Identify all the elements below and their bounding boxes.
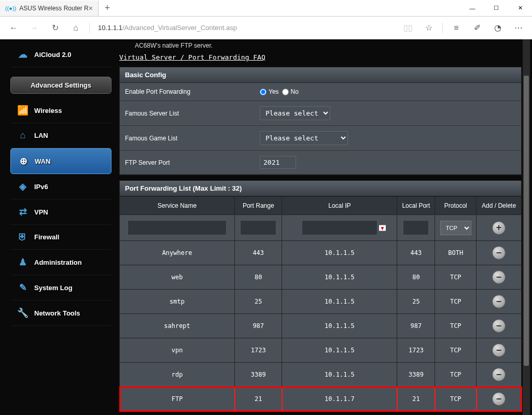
local-ip-input[interactable] [302, 220, 377, 235]
delete-button[interactable]: − [492, 319, 506, 333]
sidebar-item-label: Wireless [34, 107, 62, 115]
close-icon[interactable]: × [89, 4, 93, 12]
protocol-select[interactable]: TCP [440, 221, 471, 235]
cell-name: rdp [120, 363, 235, 387]
sidebar-section-header: Advanced Settings [10, 77, 111, 94]
cell-name: smtp [120, 290, 235, 314]
sidebar-item-network-tools[interactable]: 🔧Network Tools [10, 300, 111, 326]
cell-proto: TCP [435, 387, 477, 411]
cell-ip: 10.1.1.5 [282, 241, 397, 265]
nav-icon: ⇄ [16, 206, 30, 218]
scrollbar[interactable] [523, 39, 530, 415]
home-button[interactable]: ⌂ [66, 19, 85, 37]
favorite-icon[interactable]: ☆ [419, 19, 438, 37]
service-name-input[interactable] [128, 220, 227, 235]
nav-icon: ⌂ [16, 130, 30, 141]
wifi-icon: ((●)) [5, 5, 16, 11]
sidebar-item-label: LAN [34, 132, 48, 139]
cell-name: sahrept [120, 314, 235, 338]
pf-list-header: Port Forwarding List (Max Limit : 32) [119, 180, 522, 196]
sidebar-item-label: AiCloud 2.0 [34, 51, 72, 59]
close-button[interactable]: ✕ [508, 0, 532, 17]
reading-icon[interactable]: ▯▯ [399, 19, 417, 37]
nav-icon: ⊕ [16, 155, 31, 167]
browser-tab[interactable]: ((●)) ASUS Wireless Router R × [0, 1, 99, 16]
new-tab-button[interactable]: + [99, 3, 117, 13]
port-range-input[interactable] [240, 220, 276, 235]
sidebar-item-administration[interactable]: ♟Administration [10, 250, 111, 275]
nav-icon: ♟ [16, 256, 30, 268]
sidebar-item-wireless[interactable]: 📶Wireless [10, 98, 111, 123]
sidebar-item-lan[interactable]: ⌂LAN [10, 123, 111, 148]
sidebar-item-ipv6[interactable]: ◈IPv6 [10, 174, 111, 199]
maximize-button[interactable]: ☐ [484, 0, 508, 17]
table-row: rdp338910.1.1.53389TCP− [120, 363, 522, 387]
delete-button[interactable]: − [492, 246, 506, 260]
cell-name: web [120, 265, 235, 290]
more-icon[interactable]: ⋯ [509, 19, 528, 37]
famous-server-label: Famous Server List [125, 110, 260, 117]
cell-port: 21 [397, 387, 435, 411]
delete-button[interactable]: − [492, 270, 506, 284]
cell-range: 25 [235, 290, 282, 314]
add-button[interactable]: + [492, 221, 506, 235]
back-button[interactable]: ← [4, 19, 23, 37]
sidebar-item-system-log[interactable]: ✎System Log [10, 275, 111, 300]
delete-button[interactable]: − [492, 344, 506, 357]
cell-proto: TCP [435, 290, 477, 314]
cell-range: 80 [235, 265, 282, 290]
cell-port: 987 [397, 314, 435, 338]
enable-pf-label: Enable Port Forwarding [125, 88, 260, 95]
basic-config-header: Basic Config [119, 67, 522, 83]
table-row: Anywhere44310.1.1.5443BOTH− [120, 241, 522, 265]
famous-game-select[interactable]: Please select [260, 131, 348, 145]
local-port-input[interactable] [403, 220, 429, 235]
sidebar-item-label: WAN [35, 158, 50, 165]
ftp-port-input[interactable] [260, 156, 296, 169]
basic-config-panel: Enable Port Forwarding Yes No Famous Ser… [119, 83, 522, 175]
minimize-button[interactable]: — [460, 0, 484, 17]
browser-titlebar: ((●)) ASUS Wireless Router R × + — ☐ ✕ [0, 0, 532, 17]
enable-yes-radio[interactable]: Yes [260, 88, 279, 95]
refresh-button[interactable]: ↻ [46, 19, 64, 37]
delete-button[interactable]: − [492, 295, 506, 308]
scroll-thumb[interactable] [524, 76, 529, 366]
cell-range: 443 [235, 241, 282, 265]
dropdown-icon[interactable]: ▼ [379, 225, 386, 231]
sidebar: ☁ AiCloud 2.0 Advanced Settings 📶Wireles… [10, 39, 111, 415]
forward-button[interactable]: → [25, 19, 44, 37]
faq-link[interactable]: Virtual Server / Port Forwarding FAQ [119, 53, 265, 61]
description-text: AC68W's native FTP server. [135, 42, 522, 49]
nav-icon: ✎ [16, 282, 30, 293]
sidebar-item-firewall[interactable]: ⛨Firewall [10, 225, 111, 250]
cell-proto: TCP [435, 265, 477, 290]
cell-range: 3389 [235, 363, 282, 387]
nav-icon: ◈ [16, 181, 30, 192]
ftp-port-label: FTP Server Port [125, 159, 260, 166]
nav-icon: ⛨ [16, 232, 30, 242]
tab-title: ASUS Wireless Router R [19, 5, 88, 12]
famous-game-label: Famous Game List [125, 135, 260, 142]
hub-icon[interactable]: ≡ [447, 19, 466, 37]
famous-server-select[interactable]: Please select [260, 106, 330, 120]
col-header: Protocol [435, 197, 477, 215]
table-row: FTP2110.1.1.721TCP− [120, 387, 522, 411]
delete-button[interactable]: − [492, 392, 506, 406]
nav-icon: 📶 [16, 105, 30, 116]
sidebar-item-wan[interactable]: ⊕WAN [10, 148, 111, 174]
notes-icon[interactable]: ✐ [468, 19, 486, 37]
table-row: web8010.1.1.580TCP− [120, 265, 522, 290]
cell-ip: 10.1.1.5 [282, 314, 397, 338]
cell-name: FTP [120, 387, 235, 411]
cell-port: 80 [397, 265, 435, 290]
share-icon[interactable]: ◔ [488, 19, 507, 37]
delete-button[interactable]: − [492, 368, 506, 381]
sidebar-item-aicloud[interactable]: ☁ AiCloud 2.0 [10, 42, 111, 67]
cell-ip: 10.1.1.5 [282, 338, 397, 363]
browser-toolbar: ← → ↻ ⌂ 10.1.1.1/Advanced_VirtualServer_… [0, 17, 532, 39]
enable-no-radio[interactable]: No [282, 88, 299, 95]
table-row: vpn172310.1.1.51723TCP− [120, 338, 522, 363]
address-bar[interactable]: 10.1.1.1/Advanced_VirtualServer_Content.… [98, 24, 393, 32]
cell-port: 25 [397, 290, 435, 314]
sidebar-item-vpn[interactable]: ⇄VPN [10, 199, 111, 225]
